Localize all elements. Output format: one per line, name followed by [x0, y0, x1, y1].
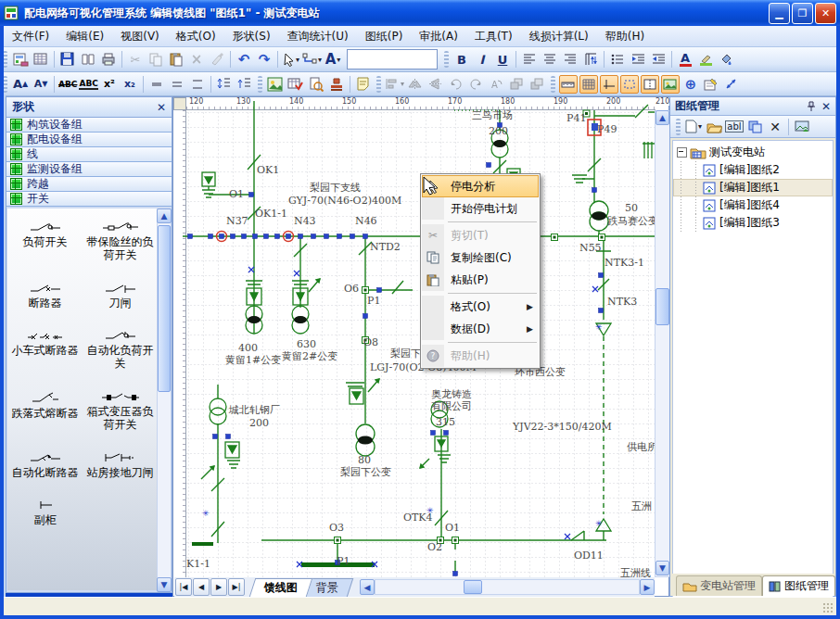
note-button[interactable] — [354, 75, 373, 94]
menu-item-outage-analysis[interactable]: 停电分析 — [422, 175, 539, 197]
diagram-label[interactable]: P1 — [367, 295, 380, 307]
diagram-label[interactable]: N55 — [579, 242, 602, 254]
diagram-label[interactable]: O6 — [344, 283, 359, 295]
menu-tools[interactable]: 工具(T) — [466, 26, 521, 47]
diagram-label[interactable]: O1 — [229, 188, 244, 200]
diagram-label[interactable]: YJV22-3*150/420M — [513, 421, 612, 433]
new-sheet-button[interactable]: ▾ — [684, 118, 703, 136]
toolbar-grip[interactable] — [444, 51, 449, 68]
stamp-button[interactable] — [327, 75, 346, 94]
export-image-button[interactable] — [793, 118, 811, 136]
rotate-text-button[interactable]: A — [488, 75, 506, 94]
table-check-button[interactable] — [286, 75, 305, 94]
master-breaker[interactable]: 断路器 — [7, 283, 83, 310]
subscript-button[interactable]: x₂ — [121, 75, 139, 94]
canvas-scroll-right-icon[interactable]: ▶ — [640, 579, 655, 595]
resize-grip[interactable] — [822, 602, 834, 614]
shapes-panel-close-icon[interactable]: ✕ — [157, 101, 166, 114]
connector-tool-button[interactable]: ▾ — [302, 50, 322, 69]
diagram-label[interactable]: OD11 — [574, 550, 604, 562]
diagram-label[interactable]: 梨园下公变 — [340, 465, 391, 479]
find-in-drawing-button[interactable] — [307, 75, 325, 94]
canvas-vscrollbar-thumb[interactable] — [655, 288, 669, 325]
diagram-label[interactable]: P41 — [566, 112, 586, 124]
pan-zoom-button[interactable]: ⊕ — [681, 75, 700, 94]
diagram-label[interactable]: 200 — [249, 417, 269, 429]
stencil-group-crossing[interactable]: 跨越 — [6, 177, 172, 192]
spacing-normal-button[interactable] — [168, 75, 186, 94]
tab-sheet-manager[interactable]: 图纸管理 — [762, 575, 835, 596]
flip-vertical-button[interactable] — [426, 75, 445, 94]
flip-horizontal-button[interactable] — [406, 75, 425, 94]
redo-button[interactable]: ↷ — [255, 50, 274, 69]
delete-sheet-button[interactable]: ✕ — [766, 118, 784, 136]
canvas-scroll-up-icon[interactable]: ▲ — [655, 110, 669, 125]
style-combo[interactable] — [347, 49, 438, 69]
fill-color-button[interactable] — [717, 50, 735, 69]
diagram-label[interactable]: 供电所 — [627, 440, 657, 454]
diagram-label[interactable]: 梨园下支线 — [310, 181, 361, 195]
align-left-button[interactable] — [520, 50, 539, 69]
toggle-page-breaks-button[interactable] — [641, 75, 659, 94]
spacing-tight-button[interactable] — [147, 75, 166, 94]
tree-node-sheet1-selected[interactable]: [编辑]图纸1 — [673, 179, 833, 196]
diagram-label[interactable]: K1-1 — [186, 558, 210, 570]
table-button[interactable] — [32, 50, 50, 69]
para-spacing-up-button[interactable] — [235, 75, 254, 94]
diagram-label[interactable]: N46 — [355, 215, 377, 227]
stencil-group-monitor[interactable]: 监测设备组 — [6, 162, 172, 177]
pointer-tool-button[interactable]: ▾ — [282, 50, 300, 69]
diagram-label[interactable]: 五洲 — [631, 499, 652, 513]
stencil-group-switch[interactable]: 开关 — [6, 192, 172, 207]
menu-format[interactable]: 格式(O) — [168, 26, 224, 47]
toolbar-grip[interactable] — [258, 76, 262, 93]
insert-picture-button[interactable] — [266, 75, 285, 94]
properties-button[interactable] — [702, 75, 720, 94]
diagram-label[interactable]: O1 — [445, 522, 460, 534]
underline-button[interactable]: U — [493, 50, 512, 69]
diagram-label[interactable]: 黄留2#公变 — [282, 349, 337, 363]
close-button[interactable]: ✕ — [815, 3, 836, 24]
save-button[interactable] — [58, 50, 77, 69]
bold-button[interactable]: B — [452, 50, 471, 69]
spacing-loose-button[interactable] — [188, 75, 207, 94]
master-fused-load-switch[interactable]: 带保险丝的负荷开关 — [83, 221, 158, 262]
toggle-ruler-button[interactable] — [559, 75, 578, 94]
master-auto-breaker[interactable]: 自动化断路器 — [7, 452, 83, 480]
toggle-connection-points-button[interactable] — [620, 75, 639, 94]
menu-item-start-outage-plan[interactable]: 开始停电计划 — [422, 197, 539, 220]
menu-file[interactable]: 文件(F) — [4, 26, 57, 47]
minimize-button[interactable]: ▁ — [769, 3, 790, 24]
bring-to-front-button[interactable] — [508, 75, 527, 94]
toolbar-grip[interactable] — [676, 119, 681, 135]
diagram-label[interactable]: 200 — [489, 125, 508, 137]
diagram-label[interactable]: NTK3 — [607, 296, 637, 308]
master-aux-cabinet[interactable]: 副柜 — [7, 499, 83, 527]
cut-button[interactable]: ✂ — [126, 50, 145, 69]
rotate-right-button[interactable] — [467, 75, 486, 94]
diagram-label[interactable]: N43 — [294, 215, 316, 227]
undo-button[interactable]: ↶ — [235, 50, 253, 69]
shrink-font-button[interactable]: A▼ — [32, 75, 50, 94]
align-center-button[interactable] — [541, 50, 559, 69]
master-dropout-fuse[interactable]: 跌落式熔断器 — [7, 391, 83, 432]
tree-node-substation[interactable]: 测试变电站 — [673, 144, 833, 161]
next-page-button[interactable]: ▶ — [210, 578, 227, 596]
toolbar-grip[interactable] — [376, 76, 381, 93]
toggle-background-button[interactable] — [661, 75, 680, 94]
rename-sheet-button[interactable]: abl — [725, 118, 744, 136]
format-painter-button[interactable] — [208, 50, 226, 69]
grow-font-button[interactable]: A▲ — [11, 75, 30, 94]
diagram-label[interactable]: 黄留1#公变 — [225, 353, 281, 367]
diagram-label[interactable]: 50 — [625, 202, 638, 214]
resize-tool-button[interactable] — [722, 75, 741, 94]
print-preview-button[interactable] — [79, 50, 97, 69]
page-tab-feeder[interactable]: 馈线图 — [249, 578, 312, 597]
para-spacing-down-button[interactable] — [215, 75, 234, 94]
tree-node-sheet2[interactable]: [编辑]图纸2 — [673, 161, 833, 179]
diagram-label[interactable]: 城北轧钢厂 — [229, 403, 280, 417]
master-auto-load-switch[interactable]: 自动化负荷开关 — [83, 330, 158, 371]
pin-icon[interactable] — [807, 101, 816, 112]
toggle-guides-button[interactable] — [600, 75, 618, 94]
increase-indent-button[interactable] — [649, 50, 668, 69]
